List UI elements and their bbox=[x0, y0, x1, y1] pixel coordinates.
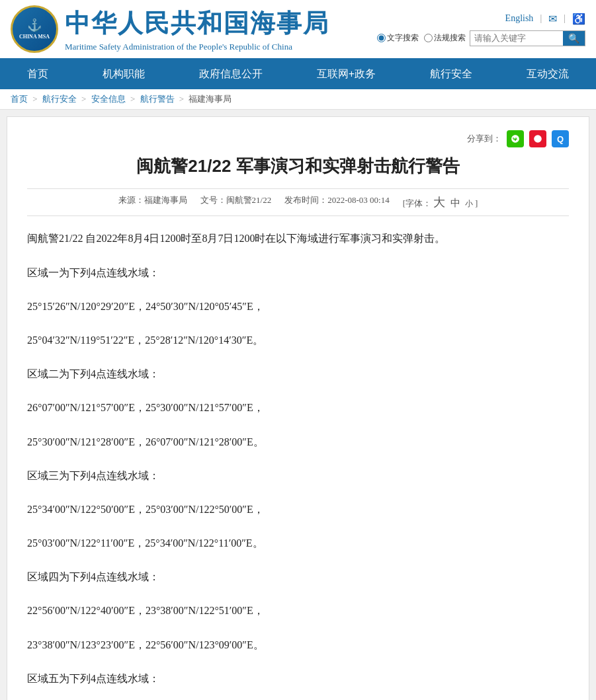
font-small-button[interactable]: 小 bbox=[465, 199, 473, 208]
breadcrumb-home[interactable]: 首页 bbox=[11, 94, 28, 104]
search-radio-group: 文字搜索 法规搜索 bbox=[377, 32, 466, 44]
nav-internet-gov[interactable]: 互联网+政务 bbox=[304, 59, 389, 89]
article-paragraph: 区域一为下列4点连线水域： bbox=[27, 261, 569, 284]
article-title: 闽航警21/22 军事演习和实弹射击航行警告 bbox=[27, 154, 569, 178]
article-paragraph bbox=[27, 456, 569, 461]
nav-functions[interactable]: 机构职能 bbox=[89, 59, 158, 89]
article-paragraph: 区域五为下列4点连线水域： bbox=[27, 667, 569, 690]
article-paragraph bbox=[27, 490, 569, 495]
breadcrumb-safety-info[interactable]: 安全信息 bbox=[91, 94, 126, 104]
article-paragraph bbox=[27, 524, 569, 529]
share-wechat-button[interactable] bbox=[507, 130, 524, 147]
article-pub-time: 发布时间：2022-08-03 00:14 bbox=[284, 194, 390, 210]
email-icon[interactable]: ✉ bbox=[548, 13, 557, 25]
article-paragraph: 26°07′00″N/121°57′00″E，25°30′00″N/121°57… bbox=[27, 396, 569, 419]
site-subtitle: Maritime Safety Administration of the Pe… bbox=[65, 42, 329, 52]
search-radio-text-input[interactable] bbox=[377, 34, 386, 42]
article-source: 来源：福建海事局 bbox=[118, 194, 187, 210]
search-box: 🔍 bbox=[470, 30, 585, 46]
article-font-ctrl: [字体： 大 中 小 ] bbox=[403, 194, 478, 210]
article-paragraph bbox=[27, 591, 569, 596]
search-area: 文字搜索 法规搜索 🔍 bbox=[377, 30, 585, 46]
font-medium-button[interactable]: 中 bbox=[450, 198, 460, 208]
article-paragraph: 22°56′00″N/122°40′00″E，23°38′00″N/122°51… bbox=[27, 599, 569, 622]
share-label: 分享到： bbox=[467, 133, 501, 145]
article-paragraph bbox=[27, 659, 569, 664]
search-radio-text[interactable]: 文字搜索 bbox=[377, 32, 419, 44]
accessibility-icon[interactable]: ♿ bbox=[572, 13, 585, 25]
bc-sep4: > bbox=[179, 94, 187, 104]
font-large-button[interactable]: 大 bbox=[433, 196, 445, 209]
header-top-links: English | ✉ | ♿ bbox=[505, 13, 585, 25]
search-radio-text-label: 文字搜索 bbox=[387, 32, 419, 44]
sep1: | bbox=[540, 13, 542, 24]
header-right: English | ✉ | ♿ 文字搜索 法规搜索 🔍 bbox=[377, 13, 585, 46]
article-doc-num: 文号：闽航警21/22 bbox=[200, 194, 272, 210]
logo-badge: CHINA MSA bbox=[19, 34, 50, 40]
article-paragraph: 25°34′00″N/122°50′00″E，25°03′00″N/122°50… bbox=[27, 498, 569, 521]
article-paragraph bbox=[27, 253, 569, 258]
search-input[interactable] bbox=[470, 31, 563, 46]
english-link[interactable]: English bbox=[505, 13, 534, 24]
article-paragraph: 23°38′00″N/123°23′00″E，22°56′00″N/123°09… bbox=[27, 633, 569, 656]
search-button[interactable]: 🔍 bbox=[563, 31, 585, 46]
site-title: 中华人民共和国海事局 bbox=[65, 7, 329, 40]
share-qzone-button[interactable]: Q bbox=[552, 130, 569, 147]
article-paragraph: 25°03′00″N/122°11′00″E，25°34′00″N/122°11… bbox=[27, 531, 569, 555]
share-bar: 分享到： W Q bbox=[27, 130, 569, 147]
article-paragraph bbox=[27, 422, 569, 428]
nav-nav-safety[interactable]: 航行安全 bbox=[417, 59, 486, 89]
main-nav: 首页 机构职能 政府信息公开 互联网+政务 航行安全 互动交流 bbox=[0, 59, 596, 89]
svg-text:W: W bbox=[536, 137, 540, 142]
font-bracket-end: ] bbox=[475, 198, 478, 208]
breadcrumb: 首页 > 航行安全 > 安全信息 > 航行警告 > 福建海事局 bbox=[0, 89, 596, 110]
search-radio-law-label: 法规搜索 bbox=[434, 32, 466, 44]
article-paragraph: 区域三为下列4点连线水域： bbox=[27, 464, 569, 487]
nav-interact[interactable]: 互动交流 bbox=[513, 59, 582, 89]
nav-gov-info[interactable]: 政府信息公开 bbox=[186, 59, 276, 89]
article-paragraph bbox=[27, 321, 569, 326]
bc-sep1: > bbox=[32, 94, 40, 104]
breadcrumb-nav-safety[interactable]: 航行安全 bbox=[42, 94, 77, 104]
sep2: | bbox=[564, 13, 566, 24]
article-body: 闽航警21/22 自2022年8月4日1200时至8月7日1200时在以下海域进… bbox=[27, 227, 569, 700]
article-paragraph: 闽航警21/22 自2022年8月4日1200时至8月7日1200时在以下海域进… bbox=[27, 227, 569, 250]
article-paragraph bbox=[27, 388, 569, 393]
article-paragraph: 25°04′32″N/119°51′22″E，25°28′12″N/120°14… bbox=[27, 329, 569, 352]
article-paragraph: 区域四为下列4点连线水域： bbox=[27, 565, 569, 588]
header: ⚓ CHINA MSA 中华人民共和国海事局 Maritime Safety A… bbox=[0, 0, 596, 59]
article-paragraph: 区域二为下列4点连线水域： bbox=[27, 362, 569, 385]
search-radio-law-input[interactable] bbox=[424, 34, 433, 42]
content-area: 分享到： W Q 闽航警21/22 军事演习和实弹射击航行警告 来源：福建海事局… bbox=[7, 116, 589, 700]
logo-emblem: ⚓ CHINA MSA bbox=[11, 5, 58, 53]
share-weibo-button[interactable]: W bbox=[529, 130, 546, 147]
breadcrumb-current: 福建海事局 bbox=[189, 94, 232, 104]
article-paragraph bbox=[27, 287, 569, 292]
search-radio-law[interactable]: 法规搜索 bbox=[424, 32, 466, 44]
bc-sep2: > bbox=[81, 94, 89, 104]
article-paragraph: 25°30′00″N/121°28′00″E，26°07′00″N/121°28… bbox=[27, 430, 569, 453]
article-paragraph bbox=[27, 693, 569, 698]
logo-text-area: 中华人民共和国海事局 Maritime Safety Administratio… bbox=[65, 7, 329, 52]
bc-sep3: > bbox=[130, 94, 138, 104]
article-paragraph bbox=[27, 625, 569, 631]
article-paragraph bbox=[27, 354, 569, 360]
article-paragraph bbox=[27, 557, 569, 563]
nav-home[interactable]: 首页 bbox=[14, 59, 62, 89]
logo-area: ⚓ CHINA MSA 中华人民共和国海事局 Maritime Safety A… bbox=[11, 5, 329, 53]
breadcrumb-nav-warning[interactable]: 航行警告 bbox=[140, 94, 175, 104]
article-meta: 来源：福建海事局 文号：闽航警21/22 发布时间：2022-08-03 00:… bbox=[27, 188, 569, 216]
article-paragraph: 25°15′26″N/120°29′20″E，24°50′30″N/120°05… bbox=[27, 295, 569, 318]
font-label: [字体： bbox=[403, 198, 431, 208]
